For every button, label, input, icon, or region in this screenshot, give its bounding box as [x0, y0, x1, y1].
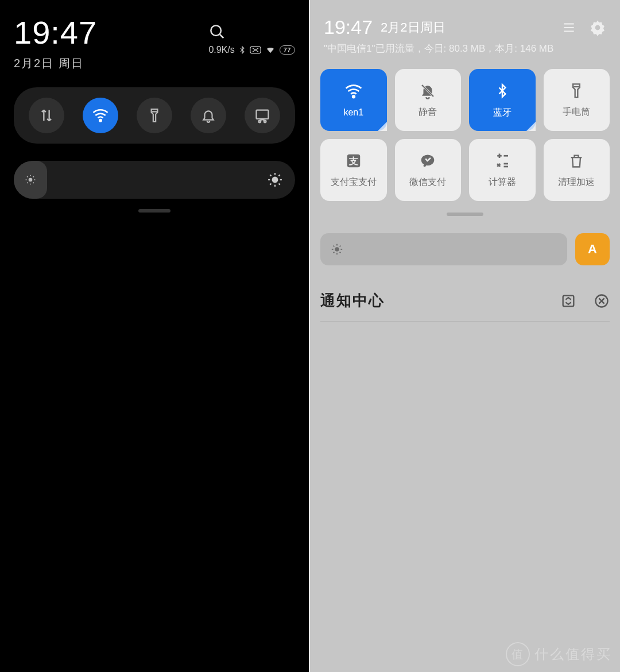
quick-toggle-strip [14, 87, 295, 144]
svg-line-53 [334, 252, 335, 253]
tile-wechat-pay[interactable]: 微信支付 [395, 139, 462, 201]
svg-point-46 [335, 247, 339, 251]
watermark-badge: 值 [506, 642, 530, 666]
brightness-max-icon [268, 172, 282, 187]
watermark-text: 什么值得买 [534, 645, 612, 663]
settings-icon[interactable] [589, 19, 606, 36]
bluetooth-status-icon [238, 45, 246, 55]
watermark: 值 什么值得买 [506, 642, 612, 666]
tile-bluetooth[interactable]: 蓝牙 [469, 69, 536, 131]
clock-date: 2月2日 周日 [14, 56, 97, 71]
tile-label: 支付宝支付 [331, 176, 377, 188]
notification-center-title: 通知中心 [320, 291, 385, 311]
svg-line-54 [340, 246, 341, 247]
light-notification-shade: 19:47 2月2日周日 "中国电信1"已用流量，今日: 80.3 MB，本月:… [310, 0, 620, 672]
wifi-status-icon [265, 45, 276, 55]
tile-label: 手电筒 [563, 106, 590, 118]
battery-status: 77 [280, 45, 295, 55]
screenshot-toggle[interactable] [245, 98, 280, 133]
auto-brightness-label: A [588, 242, 597, 257]
calculator-icon [494, 152, 511, 169]
no-sim-icon [250, 45, 261, 55]
tile-mute[interactable]: 静音 [395, 69, 462, 131]
svg-point-19 [272, 177, 278, 183]
mute-icon [419, 82, 436, 99]
brightness-thumb[interactable] [14, 161, 47, 199]
auto-brightness-toggle[interactable]: A [575, 233, 610, 265]
svg-line-27 [279, 175, 280, 176]
bluetooth-icon [495, 82, 510, 100]
alipay-icon: 支 [345, 152, 362, 169]
collapse-icon[interactable] [560, 293, 576, 309]
data-toggle[interactable] [29, 98, 64, 133]
tile-label: 计算器 [489, 176, 516, 188]
tile-label: ken1 [343, 107, 363, 118]
svg-text:支: 支 [348, 156, 358, 166]
search-icon[interactable] [208, 23, 295, 40]
brightness-slider[interactable] [320, 233, 567, 265]
svg-line-51 [334, 246, 335, 247]
dark-notification-shade: 19:47 2月2日 周日 0.9K/s [0, 0, 310, 672]
svg-point-10 [29, 178, 33, 182]
svg-point-0 [211, 25, 222, 36]
tile-cleanup[interactable]: 清理加速 [544, 139, 610, 201]
divider [320, 321, 610, 322]
svg-line-17 [27, 183, 28, 183]
svg-line-25 [279, 184, 280, 185]
tile-label: 蓝牙 [493, 107, 512, 119]
tile-calculator[interactable]: 计算器 [469, 139, 536, 201]
tile-label: 微信支付 [409, 176, 446, 188]
svg-line-24 [270, 175, 271, 176]
net-speed: 0.9K/s [208, 45, 234, 55]
tile-label: 静音 [418, 106, 437, 118]
data-usage-text: "中国电信1"已用流量，今日: 80.3 MB，本月: 146 MB [324, 42, 606, 55]
edit-icon[interactable] [561, 20, 576, 35]
svg-line-26 [270, 184, 271, 185]
wifi-toggle[interactable] [83, 98, 118, 133]
svg-rect-7 [257, 110, 269, 119]
dnd-toggle[interactable] [191, 98, 226, 133]
svg-point-5 [99, 119, 102, 122]
clear-all-icon[interactable] [594, 293, 610, 309]
quick-settings-grid: ken1 静音 蓝牙 手电筒 支 支付宝支付 微信支付 [317, 69, 613, 201]
flashlight-icon [568, 82, 584, 99]
drag-handle[interactable] [447, 213, 483, 216]
clock-time: 19:47 [324, 16, 373, 38]
svg-point-31 [595, 25, 600, 30]
svg-line-52 [340, 252, 341, 253]
wechat-icon [418, 152, 437, 169]
svg-line-1 [220, 34, 223, 38]
tile-wifi[interactable]: ken1 [320, 69, 387, 131]
tile-label: 清理加速 [558, 176, 595, 188]
drag-handle[interactable] [138, 209, 170, 213]
svg-line-18 [33, 176, 34, 177]
clock-time: 19:47 [14, 14, 97, 51]
flashlight-toggle[interactable] [137, 98, 172, 133]
tile-flashlight[interactable]: 手电筒 [544, 69, 610, 131]
clock-date: 2月2日周日 [381, 19, 445, 36]
svg-line-16 [33, 183, 34, 183]
clean-icon [568, 152, 584, 169]
brightness-icon [331, 243, 343, 256]
svg-line-15 [27, 176, 28, 177]
wifi-icon [344, 82, 363, 101]
svg-point-32 [352, 95, 355, 98]
brightness-slider[interactable] [14, 161, 295, 199]
tile-alipay[interactable]: 支 支付宝支付 [320, 139, 387, 201]
